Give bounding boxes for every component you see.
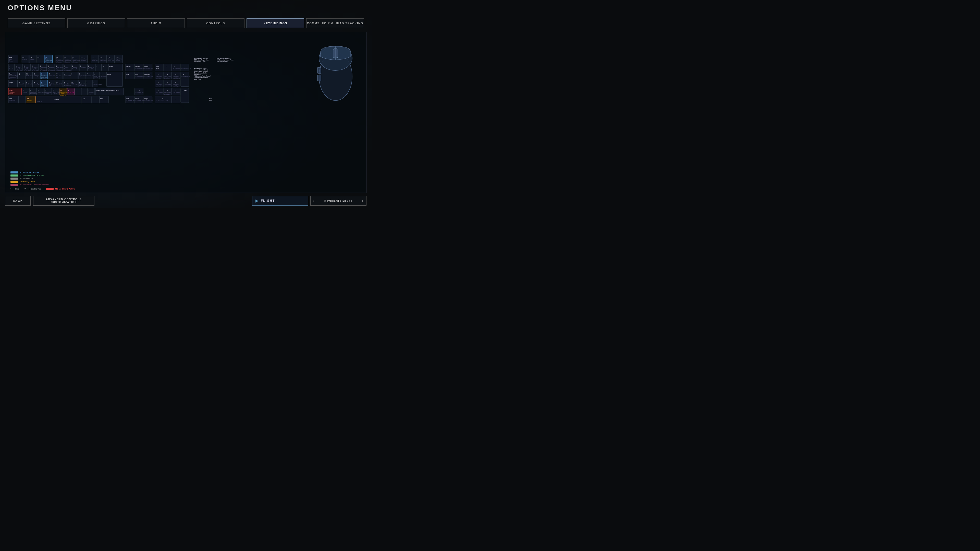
svg-text:Shield Raise: Shield Raise [173,84,179,85]
svg-text:]: ] [101,74,101,75]
svg-text:Speed Limiter Up/Down: Speed Limiter Up/Down [194,71,208,72]
svg-rect-233 [18,96,25,103]
svg-text:Power / Min**: Power / Min** [92,60,99,61]
svg-text:Z: Z [23,89,24,91]
svg-text:Landing Mode: Landing Mode [60,92,68,93]
tab-graphics[interactable]: GRAPHICS [67,18,125,28]
svg-text:B: B [53,89,54,91]
legend-m1sub: M1 Interaction Mode Active [20,174,45,176]
svg-text:Down: Down [135,98,140,100]
svg-text:-: - [183,66,183,67]
svg-text:Mode: Mode [41,85,45,86]
legend-m1: M1 Modifier 1 Active [20,171,39,173]
svg-text:G: G [49,81,50,83]
svg-rect-243 [100,96,108,103]
svg-text:Up: Up [138,90,140,91]
svg-text:W: W [26,73,28,75]
svg-text:F1: F1 [22,56,24,58]
svg-text:R: R [41,73,43,75]
tab-game-settings[interactable]: GAME SETTINGS [8,18,65,28]
svg-rect-240 [82,96,91,103]
tab-controls[interactable]: CONTROLS [187,18,245,28]
svg-text:Left: Left [126,98,129,100]
svg-text:Mining Mode: Mining Mode [68,92,75,93]
svg-text:F7: F7 [73,56,75,58]
svg-text:Engage GT *: Engage GT * [53,93,59,94]
svg-text:End: End [135,74,138,75]
svg-text:M1 Wipe Visor: M1 Wipe Visor [30,93,38,94]
svg-text:P: P [86,73,88,75]
svg-text:F9: F9 [92,56,94,58]
svg-text:AC Decrease FOV: AC Decrease FOV [181,68,191,69]
svg-text:StarMap: StarMap [30,59,35,60]
svg-text:Distribution: Distribution [81,60,86,61]
svg-text:Pitch: Pitch [209,100,212,101]
legend-hold: • Hold [14,188,19,190]
svg-text:Level Top: Level Top [156,78,161,79]
svg-text:Level Right /: Level Right / [173,86,179,87]
svg-text:Alt: Alt [83,98,85,100]
svg-rect-317 [172,88,180,95]
svg-text:Increase: Increase [73,59,77,60]
svg-text:Enter: Enter [183,90,187,91]
svg-text:Yaw: Yaw [209,98,212,100]
svg-text:A: A [19,81,20,83]
svg-text:Advanced Cam*: Advanced Cam* [45,62,53,63]
svg-text:F: F [41,81,42,83]
svg-text:F12: F12 [116,56,119,58]
back-button[interactable]: BACK [5,196,30,206]
svg-text:Forward: Forward [41,78,46,79]
svg-text:F8: F8 [81,56,83,58]
flight-mode-button[interactable]: ▶ FLIGHT [252,196,308,206]
svg-text:Shield Raise: Shield Raise [164,76,171,77]
svg-text:Targets Closest: Targets Closest [72,68,80,70]
tab-audio[interactable]: AUDIO [127,18,185,28]
svg-text:AC Y Offset Neg: AC Y Offset Neg [135,100,144,101]
svg-text:Load / Save 3*: Load / Save 3* [173,92,180,94]
svg-rect-10 [37,55,44,63]
tab-keybindings[interactable]: KEYBINDINGS [247,18,304,28]
svg-text:U: U [64,73,65,75]
svg-text:F5: F5 [56,56,59,58]
svg-text:Camera View /: Camera View / [45,60,53,61]
svg-rect-350 [318,75,321,81]
svg-text:N: N [60,89,62,91]
svg-text:Shift: Shift [9,89,13,91]
svg-text:AC Reset View: AC Reset View [173,68,180,69]
svg-text:F3: F3 [38,56,40,58]
svg-text:Level Back /: Level Back / [164,94,171,95]
svg-text:V: V [45,89,46,91]
keyboard-mouse-button[interactable]: ‹ Keyboard / Mouse › [310,196,366,206]
svg-text:L: L [79,81,80,83]
svg-text:Interaction: Interaction [41,83,47,85]
svg-rect-101 [95,64,102,71]
svg-rect-52 [8,64,14,71]
svg-text:Shields Reset: Shields Reset [164,84,172,85]
svg-text:Toggle Chat: Toggle Chat [116,59,122,60]
svg-text:C: C [38,89,39,91]
svg-text:Strafe Right: Strafe Right [34,83,40,85]
svg-text:Window: Window [116,60,120,61]
svg-text:[: [ [94,74,95,75]
svg-text:Targets Closest: Targets Closest [56,70,64,71]
svg-text:Level Battries /: Level Battries / [173,78,180,79]
advanced-controls-button[interactable]: ADVANCED CONTROLS CUSTOMIZATION [33,196,94,206]
svg-rect-220 [75,88,81,95]
svg-text:Increase: Increase [56,59,61,60]
svg-text:+: + [183,74,184,75]
svg-text:Esc: Esc [9,56,12,58]
svg-rect-349 [318,67,321,73]
svg-text:Toggle Lights: Toggle Lights [79,83,86,85]
tab-comms[interactable]: COMMS, FOIP & HEAD TRACKING [306,18,364,28]
svg-text:P.I.T: P.I.T [9,78,11,79]
svg-rect-152 [8,80,18,87]
svg-text:Weapon Power: Weapon Power [73,60,80,61]
svg-text:Y: Y [56,73,57,75]
svg-text:F6: F6 [65,56,67,58]
svg-rect-258 [144,72,152,79]
svg-text:H: H [56,81,57,83]
svg-text:AC Z Offset Pos: AC Z Offset Pos [145,68,153,69]
svg-text:D: D [34,81,35,83]
legend-double-tap: •• Double Tap [29,188,41,190]
svg-rect-242 [92,96,99,103]
